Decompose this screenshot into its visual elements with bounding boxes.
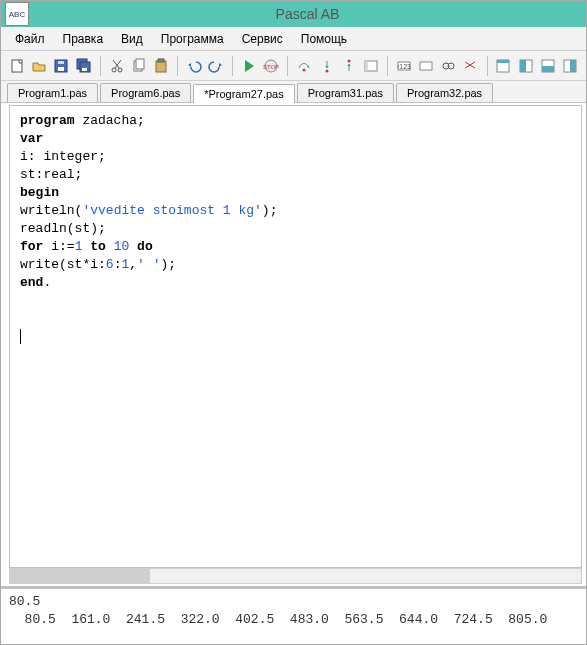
- cut-button[interactable]: [107, 55, 127, 77]
- app-icon: ABC: [5, 2, 29, 26]
- save-file-button[interactable]: [51, 55, 71, 77]
- tab-4[interactable]: Program32.pas: [396, 83, 493, 102]
- run-icon: [241, 58, 257, 74]
- windows-d-button[interactable]: [560, 55, 580, 77]
- paste-icon: [153, 58, 169, 74]
- undo-icon: [186, 58, 202, 74]
- toolbar-separator: [100, 56, 101, 76]
- step-over-button[interactable]: [294, 55, 314, 77]
- new-file-button[interactable]: [7, 55, 27, 77]
- callstack-button[interactable]: [460, 55, 480, 77]
- save-all-file-icon: [76, 58, 92, 74]
- open-file-icon: [31, 58, 47, 74]
- text-cursor: [20, 329, 21, 344]
- redo-icon: [208, 58, 224, 74]
- toggle-breakpoint-button[interactable]: [361, 55, 381, 77]
- tab-2[interactable]: *Program27.pas: [193, 84, 295, 103]
- stop-icon: [263, 58, 279, 74]
- copy-button[interactable]: [129, 55, 149, 77]
- editor-pane: program zadacha; var i: integer; st:real…: [1, 103, 586, 586]
- toolbar-separator: [387, 56, 388, 76]
- scrollbar-thumb[interactable]: [10, 569, 150, 583]
- window-title: Pascal AB: [29, 6, 586, 22]
- tab-bar: Program1.pasProgram6.pas*Program27.pasPr…: [1, 81, 586, 103]
- save-all-file-button[interactable]: [73, 55, 93, 77]
- step-out-button[interactable]: [339, 55, 359, 77]
- tab-0[interactable]: Program1.pas: [7, 83, 98, 102]
- windows-a-button[interactable]: [493, 55, 513, 77]
- menu-файл[interactable]: Файл: [7, 30, 53, 48]
- menu-сервис[interactable]: Сервис: [234, 30, 291, 48]
- menu-bar: ФайлПравкаВидПрограммаСервисПомощь: [1, 27, 586, 51]
- cut-icon: [109, 58, 125, 74]
- windows-c-icon: [540, 58, 556, 74]
- step-out-icon: [341, 58, 357, 74]
- undo-button[interactable]: [184, 55, 204, 77]
- run-button[interactable]: [239, 55, 259, 77]
- locals-button[interactable]: [438, 55, 458, 77]
- tab-1[interactable]: Program6.pas: [100, 83, 191, 102]
- toolbar-separator: [287, 56, 288, 76]
- step-over-icon: [296, 58, 312, 74]
- stop-button[interactable]: [261, 55, 281, 77]
- paste-button[interactable]: [151, 55, 171, 77]
- windows-d-icon: [562, 58, 578, 74]
- step-into-icon: [319, 58, 335, 74]
- menu-помощь[interactable]: Помощь: [293, 30, 355, 48]
- toggle-breakpoint-icon: [363, 58, 379, 74]
- menu-правка[interactable]: Правка: [55, 30, 112, 48]
- windows-b-button[interactable]: [516, 55, 536, 77]
- code-editor[interactable]: program zadacha; var i: integer; st:real…: [9, 105, 582, 568]
- toolbar-separator: [232, 56, 233, 76]
- toolbar-separator: [487, 56, 488, 76]
- tab-3[interactable]: Program31.pas: [297, 83, 394, 102]
- open-file-button[interactable]: [29, 55, 49, 77]
- menu-вид[interactable]: Вид: [113, 30, 151, 48]
- save-file-icon: [53, 58, 69, 74]
- menu-программа[interactable]: Программа: [153, 30, 232, 48]
- windows-b-icon: [518, 58, 534, 74]
- redo-button[interactable]: [206, 55, 226, 77]
- output-panel: 80.5 80.5 161.0 241.5 322.0 402.5 483.0 …: [1, 588, 586, 644]
- editor-hscrollbar[interactable]: [9, 568, 582, 584]
- goto-line-icon: [396, 58, 412, 74]
- watch-icon: [418, 58, 434, 74]
- goto-line-button[interactable]: [394, 55, 414, 77]
- title-bar: ABC Pascal AB: [1, 1, 586, 27]
- step-into-button[interactable]: [317, 55, 337, 77]
- windows-c-button[interactable]: [538, 55, 558, 77]
- toolbar-separator: [177, 56, 178, 76]
- new-file-icon: [9, 58, 25, 74]
- locals-icon: [440, 58, 456, 74]
- copy-icon: [131, 58, 147, 74]
- watch-button[interactable]: [416, 55, 436, 77]
- callstack-icon: [462, 58, 478, 74]
- windows-a-icon: [495, 58, 511, 74]
- toolbar: [1, 51, 586, 81]
